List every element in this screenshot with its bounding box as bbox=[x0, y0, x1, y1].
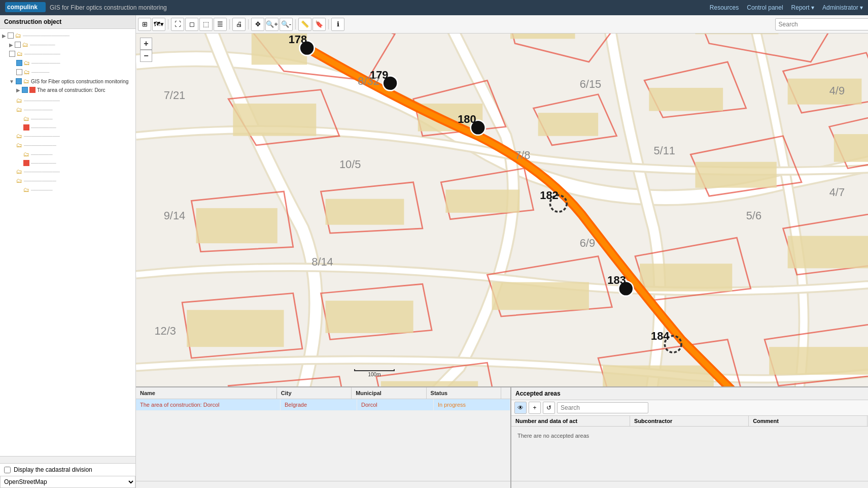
full-extent-button[interactable]: ⛶ bbox=[171, 18, 184, 31]
tree-row[interactable]: 🗂 ───────── bbox=[2, 141, 133, 150]
refresh-accepted-button[interactable]: ↺ bbox=[543, 402, 555, 414]
table-body: The area of construction: Dorcol Belgrad… bbox=[136, 399, 510, 481]
accepted-hscroll[interactable] bbox=[511, 481, 868, 488]
tree-checkbox[interactable] bbox=[22, 87, 28, 93]
col-municipal: Municipal bbox=[352, 387, 426, 399]
svg-rect-10 bbox=[788, 79, 862, 105]
tree-checkbox[interactable] bbox=[15, 42, 21, 48]
zoom-out-button[interactable]: 🔍- bbox=[280, 18, 293, 31]
svg-text:8/14: 8/14 bbox=[311, 255, 333, 268]
tree-hscroll[interactable] bbox=[0, 456, 135, 463]
info-button[interactable]: ℹ bbox=[331, 18, 344, 31]
map-svg: 178 179 180 182 183 184 bbox=[136, 34, 868, 386]
cadastral-checkbox[interactable] bbox=[4, 467, 11, 473]
layer-button[interactable]: 🗺▾ bbox=[152, 18, 165, 31]
tree-row[interactable]: ─────── bbox=[2, 123, 133, 132]
zoom-layer-button[interactable]: ◻ bbox=[185, 18, 198, 31]
tree-label: ─────── bbox=[31, 125, 56, 131]
area-tree-label: The area of construction: Dorc bbox=[37, 87, 106, 93]
tree-label: ────── bbox=[31, 152, 53, 157]
tree-row[interactable]: ▶ 🗂 ───────────── bbox=[2, 31, 133, 40]
print-button[interactable]: 🖨 bbox=[232, 18, 246, 31]
tree-row[interactable]: 🗂 ────────── bbox=[2, 49, 133, 58]
folder-icon: 🗂 bbox=[22, 41, 28, 48]
svg-rect-18 bbox=[492, 282, 589, 310]
gis-tree-item[interactable]: ▼ 🗂 GIS for Fiber optics construction mo… bbox=[2, 77, 133, 86]
svg-text:5/11: 5/11 bbox=[653, 144, 675, 157]
tree-row[interactable]: 🗂 ────────── bbox=[2, 96, 133, 105]
nav-control-panel[interactable]: Control panel bbox=[747, 4, 783, 11]
bottom-left-hscroll[interactable] bbox=[136, 481, 510, 488]
scale-bar: 100m bbox=[354, 369, 395, 377]
accepted-table-body: There are no accepted areas bbox=[511, 427, 868, 481]
center-area: ⊞ 🗺▾ ⛶ ◻ ⬚ ☰ 🖨 ✥ 🔍+ 🔍- 📏 🔖 ℹ LON 20.283 … bbox=[136, 15, 868, 488]
toolbar-separator bbox=[328, 19, 329, 29]
bookmark-button[interactable]: 🔖 bbox=[313, 18, 326, 31]
nav-report[interactable]: Report ▾ bbox=[791, 4, 814, 11]
tree-checkbox[interactable] bbox=[16, 69, 22, 75]
left-panel: Construction object ▶ 🗂 ───────────── ▶ … bbox=[0, 15, 136, 488]
select-button[interactable]: ⬚ bbox=[199, 18, 213, 31]
tree-label: ───────── bbox=[24, 143, 56, 148]
view-accepted-button[interactable]: 👁 bbox=[514, 402, 527, 414]
folder-icon: 🗂 bbox=[24, 69, 30, 76]
folder-icon: 🗂 bbox=[23, 78, 29, 85]
table-header: Name City Municipal Status bbox=[136, 387, 510, 399]
folder-icon: 🗂 bbox=[16, 168, 22, 175]
svg-text:compulink: compulink bbox=[7, 4, 38, 11]
folder-icon: 🗂 bbox=[16, 106, 22, 113]
table-row[interactable]: The area of construction: Dorcol Belgrad… bbox=[136, 399, 510, 411]
measure-button[interactable]: 📏 bbox=[298, 18, 311, 31]
tree-row[interactable]: 🗂 ────── bbox=[2, 185, 133, 194]
tree-checkbox[interactable] bbox=[9, 51, 15, 57]
svg-rect-11 bbox=[196, 208, 277, 243]
zoom-in-button[interactable]: 🔍+ bbox=[265, 18, 279, 31]
basemap-select[interactable]: OpenStreetMap bbox=[0, 476, 135, 488]
tree-row[interactable]: 🗂 ───── bbox=[2, 68, 133, 77]
tree-label: ────────── bbox=[24, 134, 60, 139]
svg-text:180: 180 bbox=[458, 113, 476, 125]
tree-checkbox[interactable] bbox=[16, 78, 22, 84]
nav-administrator[interactable]: Administrator ▾ bbox=[822, 4, 863, 11]
tree-label: ─────── bbox=[30, 42, 55, 48]
cell-name: The area of construction: Dorcol bbox=[136, 399, 281, 410]
tree-row[interactable]: 🗂 ────── bbox=[2, 114, 133, 123]
tree-label: ────────── bbox=[24, 98, 60, 104]
zoom-out-map-button[interactable]: − bbox=[140, 50, 152, 62]
info-button-2[interactable]: ☰ bbox=[214, 18, 227, 31]
tree-row[interactable]: 🗂 ───────── bbox=[2, 176, 133, 185]
svg-text:4/9: 4/9 bbox=[829, 84, 845, 97]
svg-rect-12 bbox=[326, 199, 404, 225]
tree-row[interactable]: 🗂 ────────── bbox=[2, 132, 133, 141]
tree-row[interactable]: 🗂 ────── bbox=[2, 150, 133, 159]
folder-icon: 🗂 bbox=[17, 50, 23, 57]
expand-icon: ▶ bbox=[9, 42, 13, 48]
zoom-in-map-button[interactable]: + bbox=[140, 38, 152, 50]
pan-button[interactable]: ✥ bbox=[251, 18, 264, 31]
tree-row[interactable]: ─────── bbox=[2, 159, 133, 167]
map-container[interactable]: 178 179 180 182 183 184 bbox=[136, 34, 868, 386]
svg-text:12/3: 12/3 bbox=[154, 325, 176, 338]
cadastral-label: Display the cadastral division bbox=[14, 466, 92, 473]
nav-resources[interactable]: Resources bbox=[710, 4, 739, 11]
tree-row[interactable]: 🗂 ──────── bbox=[2, 58, 133, 68]
main-layout: Construction object ▶ 🗂 ───────────── ▶ … bbox=[0, 15, 868, 488]
tree-row[interactable]: 🗂 ────────── bbox=[2, 167, 133, 176]
svg-text:184: 184 bbox=[651, 330, 670, 342]
map-search-input[interactable] bbox=[775, 18, 868, 30]
tree-row[interactable]: ▶ 🗂 ─────── bbox=[2, 40, 133, 49]
add-accepted-button[interactable]: + bbox=[529, 402, 541, 414]
acc-col-number: Number and data of act bbox=[511, 416, 630, 426]
svg-text:178: 178 bbox=[289, 34, 307, 46]
accepted-search-input[interactable] bbox=[557, 402, 648, 413]
svg-text:10/5: 10/5 bbox=[339, 158, 361, 171]
tree-label: ──────── bbox=[24, 107, 53, 113]
area-tree-item[interactable]: ▶ The area of construction: Dorc bbox=[2, 86, 133, 94]
tree-checkbox[interactable] bbox=[8, 32, 14, 39]
tree-checkbox[interactable] bbox=[16, 60, 22, 66]
scroll-spacer bbox=[501, 387, 510, 399]
grid-view-button[interactable]: ⊞ bbox=[138, 18, 151, 31]
tree-row[interactable]: 🗂 ──────── bbox=[2, 105, 133, 114]
cell-status: In progress bbox=[434, 399, 510, 410]
nav-links: Resources Control panel Report ▾ Adminis… bbox=[710, 4, 863, 11]
